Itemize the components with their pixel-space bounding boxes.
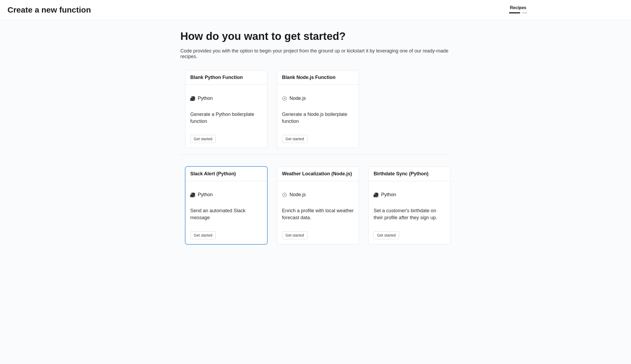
main-subtitle: Code provides you with the option to beg… (180, 48, 451, 59)
step-label: Recipes (510, 5, 526, 10)
python-icon (374, 192, 378, 197)
runtime-label: Python (198, 96, 213, 101)
card-body: PythonSet a customer's birthdate on thei… (369, 181, 450, 244)
card-title: Birthdate Sync (Python) (374, 171, 446, 177)
section-divider (180, 154, 451, 155)
card-header: Blank Node.js Function (277, 70, 359, 85)
card-header: Slack Alert (Python) (185, 167, 267, 181)
step-indicator: Recipes (509, 5, 624, 13)
runtime-label: Python (381, 192, 396, 198)
runtime-row: Node.js (282, 96, 354, 101)
runtime-label: Python (198, 192, 213, 198)
runtime-row: Python (374, 192, 446, 198)
runtime-label: Node.js (290, 96, 306, 101)
card-header: Weather Localization (Node.js) (277, 167, 359, 181)
card-description: Generate a Python boilerplate function (190, 111, 262, 125)
card-description: Send an automated Slack message (190, 207, 262, 221)
step-bar-active (509, 12, 520, 13)
get-started-button[interactable]: Get started (282, 135, 307, 143)
recipe_cards-card[interactable]: Slack Alert (Python)PythonSend an automa… (185, 166, 267, 244)
card-header: Blank Python Function (185, 70, 267, 85)
runtime-row: Python (190, 192, 262, 198)
step-progress-bars (509, 12, 527, 13)
card-body: PythonSend an automated Slack messageGet… (185, 181, 267, 244)
runtime-label: Node.js (290, 192, 306, 198)
step-bar-inactive (522, 12, 527, 13)
get-started-button[interactable]: Get started (282, 231, 307, 239)
card-title: Blank Python Function (190, 75, 262, 80)
card-body: PythonGenerate a Python boilerplate func… (185, 85, 267, 148)
blank_cards-card[interactable]: Blank Node.js FunctionNode.jsGenerate a … (277, 70, 359, 148)
runtime-row: Node.js (282, 192, 354, 198)
get-started-button[interactable]: Get started (190, 231, 216, 239)
page-header: Create a new function Recipes (0, 0, 631, 20)
card-body: Node.jsGenerate a Node.js boilerplate fu… (277, 85, 359, 148)
card-body: Node.jsEnrich a profile with local weath… (277, 181, 359, 244)
recipe_cards-card[interactable]: Weather Localization (Node.js)Node.jsEnr… (277, 166, 359, 244)
python-icon (190, 96, 195, 101)
card-title: Blank Node.js Function (282, 75, 354, 80)
card-description: Generate a Node.js boilerplate function (282, 111, 354, 125)
recipe-cards-grid: Slack Alert (Python)PythonSend an automa… (180, 166, 451, 244)
main-content: How do you want to get started? Code pro… (175, 20, 456, 255)
card-title: Slack Alert (Python) (190, 171, 262, 177)
runtime-row: Python (190, 96, 262, 101)
page-title: Create a new function (7, 5, 91, 14)
python-icon (190, 192, 195, 197)
card-description: Set a customer's birthdate on their prof… (374, 207, 446, 221)
main-heading: How do you want to get started? (180, 30, 451, 42)
blank_cards-card[interactable]: Blank Python FunctionPythonGenerate a Py… (185, 70, 267, 148)
nodejs-icon (282, 192, 287, 197)
get-started-button[interactable]: Get started (374, 231, 399, 239)
card-header: Birthdate Sync (Python) (369, 167, 450, 181)
blank-cards-grid: Blank Python FunctionPythonGenerate a Py… (180, 70, 451, 148)
card-description: Enrich a profile with local weather fore… (282, 207, 354, 221)
recipe_cards-card[interactable]: Birthdate Sync (Python)PythonSet a custo… (368, 166, 451, 244)
nodejs-icon (282, 96, 287, 101)
card-title: Weather Localization (Node.js) (282, 171, 354, 177)
get-started-button[interactable]: Get started (190, 135, 216, 143)
